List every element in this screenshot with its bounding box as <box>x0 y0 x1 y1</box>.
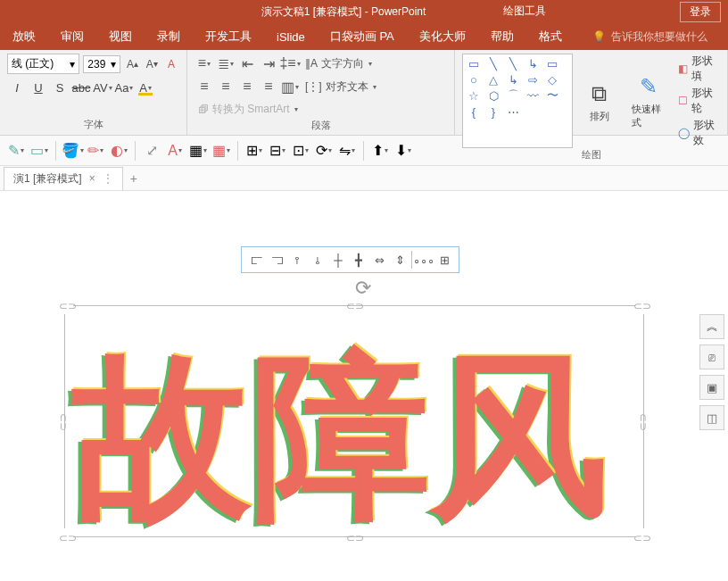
tab-menu-icon[interactable]: ⋮ <box>103 172 113 185</box>
panel3-button[interactable]: ◫ <box>699 405 724 430</box>
shape-elbow-icon[interactable]: ↳ <box>504 72 522 87</box>
distribute-tool[interactable]: ⊡▾ <box>290 140 311 162</box>
change-case-button[interactable]: Aa▾ <box>114 78 134 97</box>
eyedropper-tool[interactable]: ⤢ <box>141 140 162 162</box>
align-top-mini[interactable]: ⫯ <box>288 251 306 269</box>
smartart-button[interactable]: 🗊 转换为 SmartArt▾ <box>194 100 302 119</box>
swatch2-tool[interactable]: ▦▾ <box>211 140 232 162</box>
font-color-button[interactable]: A▾ <box>136 78 155 97</box>
tab-format[interactable]: 格式 <box>526 23 575 50</box>
handle-br[interactable]: ⊂⊃ <box>633 532 649 543</box>
handle-mr[interactable]: ⊂⊃ <box>639 413 649 429</box>
panel2-button[interactable]: ▣ <box>699 375 724 400</box>
shape-textbox-icon[interactable]: ▭ <box>465 56 483 71</box>
columns-button[interactable]: ▥▾ <box>280 77 300 96</box>
shape-connector-icon[interactable]: ↳ <box>524 56 542 71</box>
handle-tc[interactable]: ⊂⊃ <box>346 300 362 311</box>
tab-slideshow[interactable]: 放映 <box>0 23 48 50</box>
align-left-mini[interactable]: ⫍ <box>247 251 265 269</box>
shape-oval-icon[interactable]: ○ <box>465 72 483 87</box>
group-tool[interactable]: ⊞▾ <box>244 140 265 162</box>
decrease-font-button[interactable]: A▾ <box>144 55 160 73</box>
outline-tool[interactable]: ✏▾ <box>85 140 106 162</box>
bullets-button[interactable]: ≡▾ <box>194 54 214 73</box>
shape-star-icon[interactable]: ☆ <box>465 88 483 103</box>
tab-help[interactable]: 帮助 <box>478 23 526 50</box>
rotate-tool[interactable]: ⟳▾ <box>313 140 335 162</box>
handle-tr[interactable]: ⊂⊃ <box>633 300 649 311</box>
swatch-tool[interactable]: ▦▾ <box>187 140 209 162</box>
italic-button[interactable]: I <box>7 78 27 97</box>
shape-rbrace-icon[interactable]: } <box>484 104 502 119</box>
shape-outline-button[interactable]: ☐形状轮 <box>678 86 720 116</box>
brush-tool[interactable]: ✎▾ <box>5 140 27 162</box>
panel1-button[interactable]: ⎚ <box>699 344 724 369</box>
shape-diamond-icon[interactable]: ◇ <box>543 72 561 87</box>
align-center-v-mini[interactable]: ╋ <box>350 251 368 269</box>
collapse-button[interactable]: ︽ <box>699 314 724 339</box>
tab-pocket-anim[interactable]: 口袋动画 PA <box>318 23 407 50</box>
login-button[interactable]: 登录 <box>680 2 721 22</box>
underline-button[interactable]: U <box>29 78 48 97</box>
quick-styles-button[interactable]: ✎ 快速样式 <box>626 54 672 148</box>
shape-line2-icon[interactable]: ╲ <box>504 56 522 71</box>
handle-tl[interactable]: ⊂⊃ <box>59 300 75 311</box>
tab-beautify[interactable]: 美化大师 <box>407 23 478 50</box>
shadow-button[interactable]: S <box>50 78 70 97</box>
tab-review[interactable]: 审阅 <box>48 23 96 50</box>
increase-font-button[interactable]: A▴ <box>124 55 140 73</box>
document-tab[interactable]: 演1 [兼容模式] × ⋮ <box>4 167 123 190</box>
shape-effects-button[interactable]: ◯形状效 <box>678 118 720 148</box>
shape-lbrace-icon[interactable]: { <box>465 104 483 119</box>
font-name-combo[interactable]: 线 (正文)▾ <box>7 54 79 74</box>
spacing-mini[interactable]: ∘∘∘ <box>415 251 433 269</box>
grid-mini[interactable]: ⊞ <box>435 251 453 269</box>
flip-tool[interactable]: ⇋▾ <box>336 140 358 162</box>
rect-tool[interactable]: ▭▾ <box>29 140 50 162</box>
align-tool[interactable]: ⊟▾ <box>267 140 288 162</box>
numbering-button[interactable]: ≣▾ <box>216 54 236 73</box>
shape-line-icon[interactable]: ╲ <box>484 56 502 71</box>
align-justify-button[interactable]: ≡ <box>259 77 278 96</box>
shape-curve-icon[interactable]: 〰 <box>524 88 542 103</box>
tab-islide[interactable]: iSlide <box>264 25 318 49</box>
text-direction-button[interactable]: ‖A 文字方向▾ <box>302 54 376 73</box>
handle-ml[interactable]: ⊂⊃ <box>59 413 70 429</box>
tab-record[interactable]: 录制 <box>145 23 193 50</box>
dist-v-mini[interactable]: ⇕ <box>391 251 409 269</box>
tell-me-search[interactable]: 💡 告诉我你想要做什么 <box>592 29 707 45</box>
strike-button[interactable]: abc <box>71 78 91 97</box>
new-tab-button[interactable]: + <box>123 168 145 189</box>
align-left-button[interactable]: ≡ <box>194 77 214 96</box>
fill-tool[interactable]: 🪣▾ <box>62 140 83 162</box>
char-spacing-button[interactable]: AV▾ <box>93 78 112 97</box>
tab-view[interactable]: 视图 <box>96 23 145 50</box>
align-text-button[interactable]: [⋮] 对齐文本▾ <box>302 78 380 96</box>
send-back-tool[interactable]: ⬇▾ <box>393 140 414 162</box>
fontcolor-tool[interactable]: A▾ <box>164 140 186 162</box>
line-spacing-button[interactable]: ‡≡▾ <box>280 54 300 73</box>
bring-front-tool[interactable]: ⬆▾ <box>369 140 391 162</box>
dist-h-mini[interactable]: ⇔ <box>370 251 388 269</box>
rotation-handle[interactable]: ⟳ <box>355 277 371 300</box>
shape-wave-icon[interactable]: 〜 <box>543 88 561 103</box>
close-icon[interactable]: × <box>89 172 95 185</box>
shape-hex-icon[interactable]: ⬡ <box>484 88 502 103</box>
shape-arc-icon[interactable]: ⌒ <box>504 88 522 103</box>
tab-developer[interactable]: 开发工具 <box>193 23 264 50</box>
shape-triangle-icon[interactable]: △ <box>484 72 502 87</box>
shapes-gallery[interactable]: ▭ ╲ ╲ ↳ ▭ ○ △ ↳ ⇨ ◇ ☆ ⬡ ⌒ 〰 〜 { } ⋯ <box>462 54 573 148</box>
align-center-h-mini[interactable]: ┼ <box>329 251 347 269</box>
shape-rect-icon[interactable]: ▭ <box>543 56 561 71</box>
indent-decrease-button[interactable]: ⇤ <box>237 54 257 73</box>
clear-format-button[interactable]: A <box>163 55 179 73</box>
arrange-button[interactable]: ⧉ 排列 <box>580 54 619 148</box>
shape-fill-button[interactable]: ◧形状填 <box>678 54 720 84</box>
effect-tool[interactable]: ◐▾ <box>108 140 129 162</box>
align-right-button[interactable]: ≡ <box>237 77 257 96</box>
canvas-area[interactable]: ⫍ ⫎ ⫯ ⫰ ┼ ╋ ⇔ ⇕ ∘∘∘ ⊞ ⟳ ⊂⊃ ⊂⊃ ⊂⊃ ⊂⊃ ⊂⊃ ⊂… <box>0 191 728 579</box>
indent-increase-button[interactable]: ⇥ <box>259 54 278 73</box>
align-center-button[interactable]: ≡ <box>216 77 236 96</box>
align-bottom-mini[interactable]: ⫰ <box>309 251 327 269</box>
shape-more-icon[interactable]: ⋯ <box>504 104 522 119</box>
